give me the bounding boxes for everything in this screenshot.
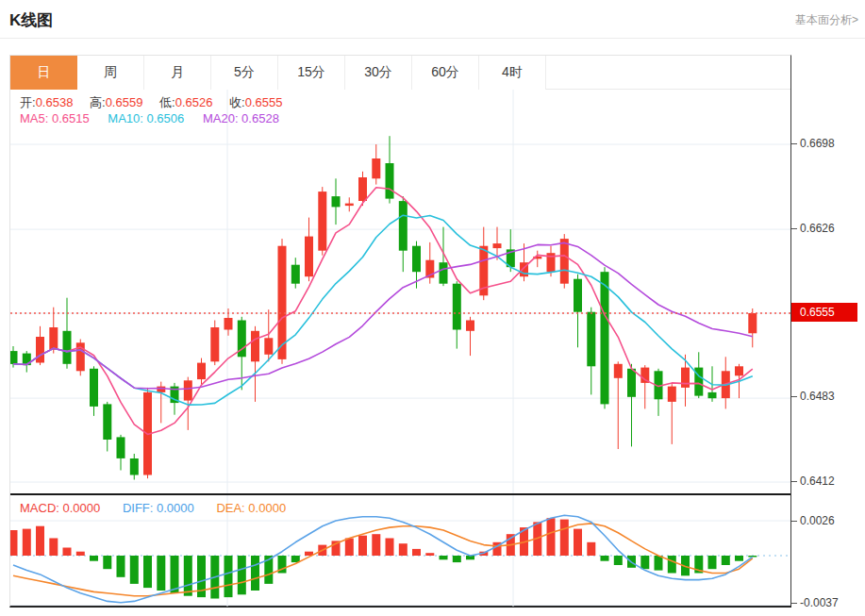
- axis-tick-label: 0.6626: [800, 222, 835, 235]
- ma10-value: MA10: 0.6506: [108, 111, 184, 125]
- open-label: 开:: [20, 95, 36, 109]
- axis-tick-label: 0.6483: [800, 390, 835, 403]
- tab-month[interactable]: 月: [144, 56, 211, 90]
- axis-tick: 0.6483: [791, 390, 835, 403]
- tick-mark: [791, 228, 797, 229]
- tab-15min[interactable]: 15分: [278, 56, 345, 90]
- diff-value: DIFF: 0.0000: [123, 501, 194, 515]
- axis-tick-label: 0.6698: [800, 137, 835, 150]
- close-label: 收:: [229, 95, 245, 109]
- ma-readout: MA5: 0.6515 MA10: 0.6506 MA20: 0.6528: [20, 111, 279, 125]
- close-value: 0.6555: [245, 95, 283, 109]
- axis-tick: 0.6412: [791, 474, 835, 488]
- tick-mark: [791, 521, 797, 522]
- axis-tick-label: 0.6412: [800, 474, 835, 488]
- tab-week[interactable]: 周: [77, 56, 144, 90]
- tab-60min[interactable]: 60分: [412, 56, 479, 90]
- tick-mark: [791, 396, 797, 397]
- low-value: 0.6526: [175, 95, 213, 109]
- kline-chart[interactable]: [10, 90, 790, 493]
- price-axis: 0.6698 0.6626 0.6555 0.6483 0.6412 0.002…: [791, 0, 865, 616]
- period-tabbar: 日 周 月 5分 15分 30分 60分 4时: [10, 56, 790, 90]
- ohlc-readout: 开:0.6538 高:0.6559 低:0.6526 收:0.6555: [20, 94, 295, 111]
- kline-page: K线图 基本面分析> 日 周 月 5分 15分 30分 60分 4时 开:0.6…: [0, 0, 865, 616]
- tab-30min[interactable]: 30分: [345, 56, 412, 90]
- macd-panel[interactable]: MACD: 0.0000 DIFF: 0.0000 DEA: 0.0000: [10, 493, 790, 607]
- ma5-value: MA5: 0.6515: [20, 111, 90, 125]
- macd-axis-tick: -0.0037: [791, 596, 839, 609]
- axis-tick-label: 0.0026: [800, 514, 835, 527]
- tab-day[interactable]: 日: [10, 56, 77, 90]
- tick-mark: [791, 603, 797, 604]
- macd-axis-tick: 0.0026: [791, 514, 835, 527]
- axis-tick-label: -0.0037: [800, 596, 839, 609]
- axis-tick: 0.6698: [791, 137, 835, 150]
- axis-tick: 0.6626: [791, 222, 835, 235]
- header-divider: [0, 38, 865, 39]
- tab-5min[interactable]: 5分: [211, 56, 278, 90]
- ma20-value: MA20: 0.6528: [203, 111, 279, 125]
- open-value: 0.6538: [36, 95, 74, 109]
- high-label: 高:: [90, 95, 106, 109]
- high-value: 0.6559: [106, 95, 143, 109]
- low-label: 低:: [159, 95, 175, 109]
- tab-4hour[interactable]: 4时: [479, 56, 546, 90]
- candlestick-panel[interactable]: 开:0.6538 高:0.6559 低:0.6526 收:0.6555 MA5:…: [10, 90, 790, 493]
- macd-readout: MACD: 0.0000 DIFF: 0.0000 DEA: 0.0000: [20, 501, 286, 515]
- tick-mark: [791, 143, 797, 144]
- tick-mark: [791, 481, 797, 482]
- page-title: K线图: [9, 9, 53, 31]
- dea-value: DEA: 0.0000: [216, 501, 286, 515]
- current-price-badge: 0.6555: [791, 303, 857, 322]
- macd-value: MACD: 0.0000: [20, 501, 100, 515]
- chart-container: 日 周 月 5分 15分 30分 60分 4时 开:0.6538 高:0.655…: [9, 55, 791, 608]
